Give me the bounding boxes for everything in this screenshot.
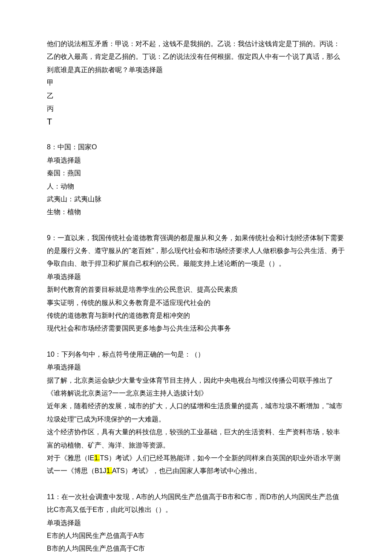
question-stem: 8：中国：国家O — [47, 141, 345, 154]
option-a: 据了解，北京奥运会缺少大量专业体育节目主持人，因此中央电视台与维汉传播公司联手推… — [47, 374, 345, 400]
question-type: 单项选择题 — [47, 154, 345, 167]
option-a: 甲 — [47, 76, 345, 89]
option-a: 秦国：燕国 — [47, 167, 345, 180]
question-8: 8：中国：国家O 单项选择题 秦国：燕国 人：动物 武夷山：武夷山脉 生物：植物 — [47, 141, 345, 218]
option-b: 乙 — [47, 90, 345, 102]
option-c: 这个经济协作区，具有大量的科技信息，较强的工业基础，巨大的生活资料、生产资料市场… — [47, 426, 345, 452]
option-d: T — [47, 115, 345, 128]
question-11: 11：在一次社会调查中发现，A市的人均国民生产总值高于B市和C市，而D市的人均国… — [47, 491, 345, 555]
option-b: 近年来，随着经济的发展，城市的扩大，人口的猛增和生活质量的提高，城市垃圾不断增加… — [47, 400, 345, 426]
option-c: 武夷山：武夷山脉 — [47, 193, 345, 206]
option-b: 人：动物 — [47, 180, 345, 193]
highlight-text: 1. — [94, 454, 100, 462]
text-segment: 对于《雅思（IE — [47, 454, 94, 462]
question-stem: 11：在一次社会调查中发现，A市的人均国民生产总值高于B市和C市，而D市的人均国… — [47, 491, 345, 517]
highlight-text: 1. — [107, 467, 112, 474]
question-type: 单项选择题 — [47, 270, 345, 283]
question-7: 他们的说法相互矛盾：甲说：对不起，这钱不是我捐的。乙说：我估计这钱肯定是丁捐的。… — [47, 38, 345, 128]
option-c: 丙 — [47, 102, 345, 115]
question-stem: 9：一直以来，我国传统社会道德教育强调的都是服从和义务，如果传统社会和计划经济体… — [47, 232, 345, 270]
question-type: 单项选择题 — [47, 361, 345, 374]
option-c: 传统的道德教育与新时代的道德教育是相冲突的 — [47, 309, 345, 322]
option-a: 新时代教育的首要目标就是培养学生的公民意识、提高公民素质 — [47, 283, 345, 296]
question-9: 9：一直以来，我国传统社会道德教育强调的都是服从和义务，如果传统社会和计划经济体… — [47, 232, 345, 335]
option-d: 生物：植物 — [47, 206, 345, 218]
option-b: B市的人均国民生产总值高于C市 — [47, 542, 345, 555]
option-b: 事实证明，传统的服从和义务教育是不适应现代社会的 — [47, 296, 345, 309]
option-a: E市的人均国民生产总值高于A市 — [47, 529, 345, 542]
text-segment: ATS）考试》，也已由国家人事部考试中心推出。 — [112, 467, 261, 474]
question-type: 单项选择题 — [47, 517, 345, 529]
option-d: 对于《雅思（IE1.TS）考试》人们已经耳熟能详，如今一个全新的同样来自英国的职… — [47, 452, 345, 478]
question-stem: 他们的说法相互矛盾：甲说：对不起，这钱不是我捐的。乙说：我估计这钱肯定是丁捐的。… — [47, 38, 345, 76]
document-page: 他们的说法相互矛盾：甲说：对不起，这钱不是我捐的。乙说：我估计这钱肯定是丁捐的。… — [0, 0, 392, 555]
option-d: 现代社会和市场经济需要国民更多地参与公共生活和公共事务 — [47, 322, 345, 335]
question-10: 10：下列各句中，标点符号使用正确的一句是：（） 单项选择题 据了解，北京奥运会… — [47, 348, 345, 478]
question-stem: 10：下列各句中，标点符号使用正确的一句是：（） — [47, 348, 345, 361]
